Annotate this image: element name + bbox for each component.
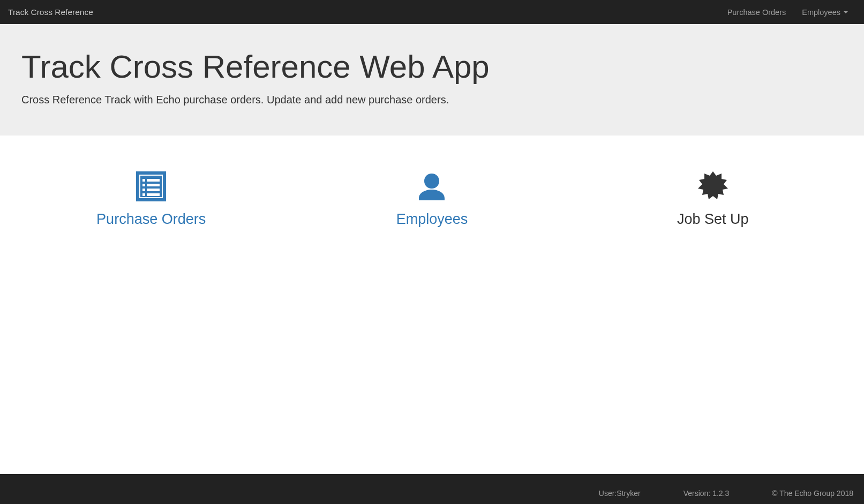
footer-user: User:Stryker bbox=[599, 489, 641, 498]
tile-employees[interactable]: Employees bbox=[302, 165, 561, 228]
svg-rect-5 bbox=[142, 184, 145, 186]
jumbotron: Track Cross Reference Web App Cross Refe… bbox=[0, 24, 864, 136]
main-content: Purchase Orders Employees Job Set Up bbox=[0, 136, 864, 474]
tiles-row: Purchase Orders Employees Job Set Up bbox=[21, 165, 843, 228]
footer: User:Stryker Version: 1.2.3 © The Echo G… bbox=[0, 474, 864, 504]
tile-label: Job Set Up bbox=[583, 211, 843, 228]
tile-purchase-orders[interactable]: Purchase Orders bbox=[21, 165, 281, 228]
user-icon bbox=[302, 165, 561, 208]
footer-version: Version: 1.2.3 bbox=[683, 489, 730, 498]
navbar-nav: Purchase Orders Employees bbox=[719, 2, 856, 23]
nav-item-label: Employees bbox=[802, 8, 840, 17]
tile-label: Purchase Orders bbox=[21, 211, 281, 228]
footer-copyright: © The Echo Group 2018 bbox=[772, 489, 853, 498]
svg-rect-9 bbox=[142, 193, 145, 196]
svg-rect-4 bbox=[147, 179, 160, 182]
chevron-down-icon bbox=[844, 11, 848, 13]
page-title: Track Cross Reference Web App bbox=[21, 48, 848, 85]
certificate-icon bbox=[583, 165, 843, 208]
page-subtitle: Cross Reference Track with Echo purchase… bbox=[21, 94, 848, 106]
svg-rect-8 bbox=[147, 189, 160, 191]
svg-rect-3 bbox=[142, 179, 145, 182]
svg-rect-7 bbox=[142, 189, 145, 191]
list-alt-icon bbox=[21, 165, 281, 208]
navbar: Track Cross Reference Purchase Orders Em… bbox=[0, 0, 864, 24]
nav-item-employees[interactable]: Employees bbox=[794, 2, 856, 23]
svg-rect-10 bbox=[147, 193, 160, 196]
nav-item-purchase-orders[interactable]: Purchase Orders bbox=[719, 2, 794, 23]
svg-marker-11 bbox=[698, 171, 728, 199]
tile-job-setup[interactable]: Job Set Up bbox=[583, 165, 843, 228]
tile-label: Employees bbox=[302, 211, 561, 228]
nav-item-label: Purchase Orders bbox=[727, 8, 786, 17]
navbar-brand[interactable]: Track Cross Reference bbox=[8, 7, 101, 17]
svg-rect-6 bbox=[147, 184, 160, 186]
